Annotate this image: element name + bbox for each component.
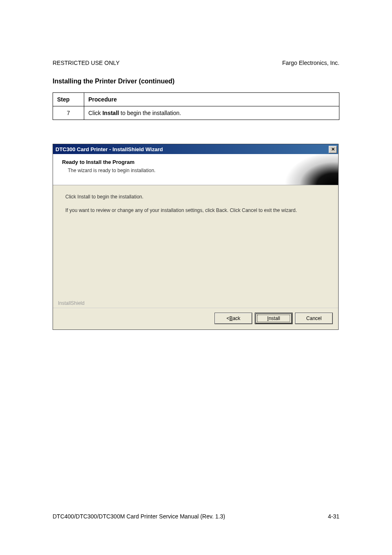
- col-header-procedure: Procedure: [84, 93, 339, 106]
- dialog-button-row: < Back Install Cancel: [53, 308, 338, 329]
- cancel-button[interactable]: Cancel: [295, 313, 332, 324]
- col-header-step: Step: [53, 93, 84, 106]
- header-left-text: RESTRICTED USE ONLY: [53, 60, 120, 66]
- back-button-rest: ack: [233, 315, 240, 321]
- step-procedure: Click Install to begin the installation.: [84, 106, 339, 120]
- section-title: Installing the Printer Driver (continued…: [53, 78, 339, 85]
- installshield-brand-label: InstallShield: [53, 300, 338, 308]
- header-right-text: Fargo Electronics, Inc.: [282, 60, 339, 66]
- dialog-content: Click Install to begin the installation.…: [53, 185, 338, 300]
- installshield-dialog: DTC300 Card Printer - InstallShield Wiza…: [53, 144, 339, 330]
- content-line-2: If you want to review or change any of y…: [65, 207, 326, 214]
- dialog-titlebar[interactable]: DTC300 Card Printer - InstallShield Wiza…: [53, 144, 339, 154]
- table-row: 7 Click Install to begin the installatio…: [53, 106, 339, 120]
- footer-left-text: DTC400/DTC300/DTC300M Card Printer Servi…: [53, 513, 225, 520]
- header-graphic: [277, 154, 338, 185]
- install-button-rest: nstall: [269, 315, 280, 321]
- back-button-mnemonic: B: [229, 315, 233, 321]
- back-button[interactable]: < Back: [215, 313, 252, 324]
- procedure-table: Step Procedure 7 Click Install to begin …: [53, 92, 339, 120]
- cancel-button-label: Cancel: [306, 315, 321, 321]
- procedure-text-bold: Install: [102, 110, 119, 116]
- dialog-title: DTC300 Card Printer - InstallShield Wiza…: [55, 146, 163, 152]
- footer-page-number: 4-31: [328, 513, 339, 520]
- close-icon: ✕: [331, 147, 335, 152]
- install-button[interactable]: Install: [255, 313, 292, 324]
- close-button[interactable]: ✕: [329, 146, 337, 153]
- dialog-header-panel: Ready to Install the Program The wizard …: [53, 154, 338, 185]
- procedure-text-prefix: Click: [88, 110, 102, 116]
- back-button-prefix: <: [226, 315, 229, 321]
- step-number: 7: [53, 106, 84, 120]
- table-header-row: Step Procedure: [53, 93, 339, 106]
- procedure-text-suffix: to begin the installation.: [119, 110, 181, 116]
- content-line-1: Click Install to begin the installation.: [65, 193, 326, 200]
